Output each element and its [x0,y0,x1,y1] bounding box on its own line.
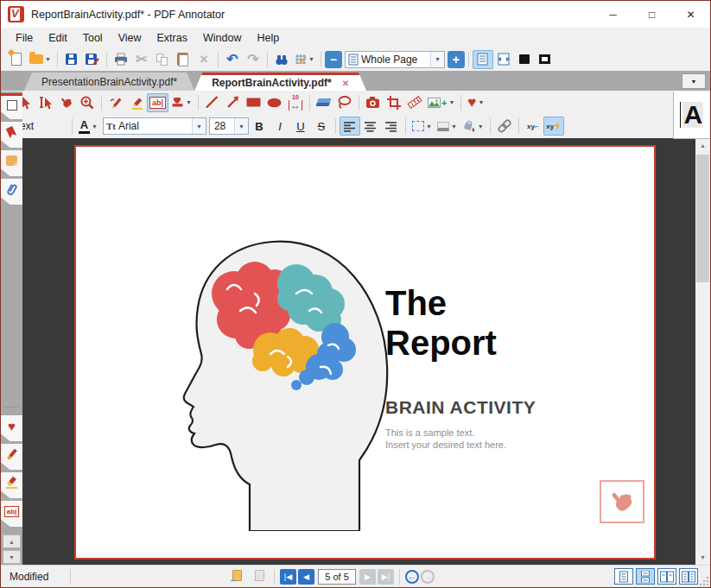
auto-size-active-button[interactable]: xy [543,117,564,136]
resize-grip[interactable] [699,576,709,586]
cut-button[interactable]: ✂ [131,50,152,69]
copy-button[interactable] [152,50,173,69]
sidebar-tab-thumbnails[interactable] [1,93,22,119]
next-page-button[interactable]: ▶ [359,569,376,585]
highlighter-tool-button[interactable] [126,93,147,112]
scroll-up-icon[interactable]: ▲ [695,138,710,153]
sidebar-scroll-up-button[interactable]: ▲ [3,534,21,548]
align-right-button[interactable] [381,117,402,136]
font-size-select[interactable]: 28 ▼ [209,117,249,135]
sidebar-tool-text[interactable]: ab| [1,501,22,527]
full-page-view-button[interactable] [514,50,535,69]
italic-button[interactable]: I [270,117,290,136]
single-page-layout-button[interactable] [614,568,633,585]
text-tool-button[interactable]: ab| [147,93,168,112]
pdf-page[interactable]: The Report BRAIN ACTIVITY This is a samp… [74,145,656,560]
vertical-scrollbar[interactable]: ▲ ▼ [695,138,710,565]
strikethrough-button[interactable]: S [311,117,332,136]
sidebar-tab-annotations[interactable] [1,150,22,176]
last-page-button[interactable]: ▶| [378,569,394,585]
facing-continuous-layout-button[interactable] [679,568,698,585]
sidebar-tool-favorites[interactable]: ♥ [1,415,22,441]
sidebar-scroll-down-button[interactable]: ▼ [3,550,21,564]
continuous-layout-button[interactable] [636,568,655,585]
page-margins-view-button[interactable] [535,50,555,69]
align-center-button[interactable] [360,117,381,136]
save-button[interactable] [61,50,82,69]
previous-page-button[interactable]: ◀ [298,569,314,585]
favorites-button[interactable]: ♥ ▼ [465,93,486,112]
scroll-down-icon[interactable]: ▼ [695,550,710,565]
menu-view[interactable]: View [111,29,149,47]
scrollbar-thumb[interactable] [696,155,709,282]
undo-button[interactable]: ↶ [222,50,243,69]
fill-color-button[interactable]: ▼ [460,117,486,136]
font-color-button[interactable]: A ▼ [76,117,100,136]
page-indicator[interactable]: 5 of 5 [318,569,356,585]
hand-stamp-annotation[interactable] [600,480,644,523]
sidebar-tab-attachments[interactable] [1,179,22,205]
bold-button[interactable]: B [249,117,270,136]
sidebar-tool-pen[interactable] [1,444,22,470]
fit-width-button[interactable] [493,50,514,69]
selection-style-button[interactable]: ▼ [409,117,435,136]
previous-view-button[interactable]: ← [225,567,246,586]
tab-presentation[interactable]: PresentationBrainActivity.pdf* [24,73,194,91]
zoom-tool-button[interactable] [77,93,98,112]
menu-window[interactable]: Window [195,29,249,47]
open-button[interactable]: ▼ [27,50,54,69]
crop-tool-button[interactable] [384,93,404,112]
facing-pages-layout-button[interactable] [657,568,676,585]
menu-extras[interactable]: Extras [149,29,195,47]
menu-tool[interactable]: Tool [75,29,111,47]
tab-report-active[interactable]: ReportBrainActivity.pdf* ✕ [194,73,366,91]
rectangle-tool-button[interactable] [244,93,264,112]
lasso-tool-button[interactable] [334,93,355,112]
ellipse-tool-button[interactable] [264,93,285,112]
pan-tool-button[interactable] [56,93,77,112]
zoom-level-select[interactable]: Whole Page ▼ [345,51,445,68]
paste-button[interactable] [173,50,194,69]
tab-list-dropdown-button[interactable]: ▼ [682,73,706,89]
ruler-tool-button[interactable] [404,93,425,112]
snapshot-tool-button[interactable] [363,93,384,112]
redo-button[interactable]: ↷ [243,50,263,69]
line-tool-button[interactable] [202,93,223,112]
fit-page-button[interactable] [473,50,493,69]
menu-edit[interactable]: Edit [41,29,75,47]
find-button[interactable] [271,50,292,69]
sidebar-tool-highlighter[interactable] [1,472,22,498]
menu-help[interactable]: Help [249,29,287,47]
history-back-button[interactable]: ← [405,570,419,584]
menu-file[interactable]: File [8,29,41,47]
font-family-select[interactable]: Tt Arial ▼ [103,117,206,135]
document-viewport[interactable]: The Report BRAIN ACTIVITY This is a samp… [22,138,695,565]
close-button[interactable]: ✕ [671,1,710,28]
tab-close-icon[interactable]: ✕ [342,79,349,88]
underline-button[interactable]: U [290,117,311,136]
text-select-tool-button[interactable] [35,93,56,112]
snap-grid-button[interactable]: ▼ [292,50,317,69]
delete-button[interactable]: × [194,50,214,69]
border-style-button[interactable]: ▼ [435,117,460,136]
history-forward-button[interactable]: → [421,570,435,584]
pen-tool-button[interactable] [105,93,126,112]
style-preview-panel[interactable]: A [673,92,709,139]
next-view-button[interactable]: → [248,567,269,586]
link-button[interactable] [494,117,515,136]
zoom-in-button[interactable]: + [448,51,465,68]
first-page-button[interactable]: |◀ [280,569,296,585]
sidebar-drag-handle[interactable]: ····· [1,404,22,409]
measure-tool-button[interactable]: 10 ↔ [285,93,306,112]
print-button[interactable] [111,50,131,69]
save-as-button[interactable] [82,50,103,69]
new-document-button[interactable] [6,50,27,69]
zoom-out-button[interactable]: − [325,51,342,68]
eraser-tool-button[interactable] [314,93,334,112]
stamp-tool-button[interactable]: ▼ [168,93,194,112]
align-left-button[interactable] [340,117,360,136]
insert-image-button[interactable]: + ▼ [425,93,457,112]
minimize-button[interactable]: ─ [594,1,632,28]
arrow-tool-button[interactable] [223,93,244,112]
maximize-button[interactable]: □ [632,1,671,28]
